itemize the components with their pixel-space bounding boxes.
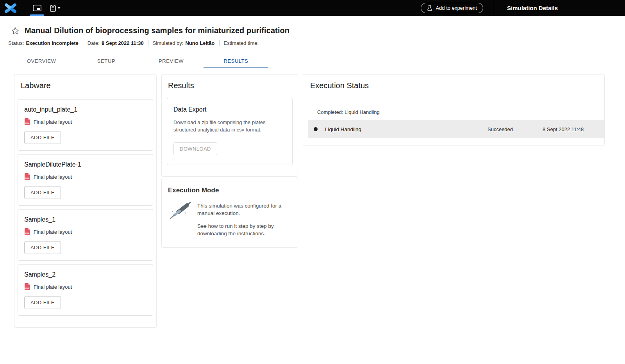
- svg-text:csv: csv: [25, 232, 29, 234]
- meta-divider: [219, 40, 220, 46]
- data-export-card: Data Export Download a zip file comprisi…: [167, 98, 293, 165]
- file-label: Final plate layout: [34, 119, 72, 125]
- flask-icon: [427, 5, 432, 11]
- results-panel: Results Data Export Download a zip file …: [161, 74, 298, 177]
- csv-file-icon: csv: [24, 173, 30, 180]
- data-export-description: Download a zip file comprising the plate…: [173, 119, 283, 134]
- labware-card-samples-1: Samples_1 csv Final plate layout ADD FIL…: [18, 209, 153, 261]
- pipette-icon: [168, 202, 191, 221]
- completed-summary: Completed: Liquid Handling: [317, 109, 604, 115]
- meta-estimated-time: Estimated time:: [224, 40, 261, 46]
- logo-x-icon: [4, 3, 17, 13]
- add-file-button[interactable]: ADD FILE: [24, 186, 61, 199]
- execution-mode-line1: This simulation was configured for a man…: [197, 202, 291, 217]
- tab-bar: OVERVIEW SETUP PREVIEW RESULTS: [0, 54, 625, 68]
- labware-heading: Labware: [21, 81, 153, 90]
- page-header: Manual Dilution of bioprocessing samples…: [0, 16, 625, 68]
- favorite-star-button[interactable]: [11, 27, 20, 35]
- topbar: Add to experiment Simulation Details: [0, 0, 625, 16]
- tab-preview[interactable]: PREVIEW: [139, 54, 204, 68]
- app-logo[interactable]: [4, 3, 18, 14]
- topbar-page-title: Simulation Details: [507, 5, 558, 11]
- add-to-experiment-label: Add to experiment: [436, 5, 477, 11]
- labware-name: auto_input_plate_1: [24, 106, 146, 113]
- execution-mode-panel: Execution Mode This simulation was confi…: [161, 178, 298, 248]
- add-file-button[interactable]: ADD FILE: [24, 241, 61, 254]
- meta-divider: [83, 40, 83, 46]
- labware-card-samples-2: Samples_2 csv Final plate layout ADD FIL…: [18, 264, 153, 316]
- file-label: Final plate layout: [34, 284, 72, 290]
- data-export-title: Data Export: [173, 106, 286, 113]
- csv-file-icon: csv: [24, 228, 30, 235]
- tab-setup[interactable]: SETUP: [74, 54, 139, 68]
- tab-results[interactable]: RESULTS: [204, 54, 268, 68]
- execution-mode-line2: See how to run it step by step by downlo…: [197, 222, 291, 237]
- star-icon: [11, 27, 20, 35]
- clipboard-icon: [50, 5, 56, 12]
- svg-text:csv: csv: [25, 122, 29, 124]
- status-bullet-icon: [314, 127, 318, 131]
- meta-simulated-by: Simulated by: Nuno Leitão: [153, 40, 215, 46]
- tab-overview[interactable]: OVERVIEW: [9, 54, 74, 68]
- results-content: Labware auto_input_plate_1 csv Final pla…: [0, 68, 625, 328]
- file-label: Final plate layout: [34, 229, 72, 235]
- meta-date: Date: 8 Sept 2022 11:30: [88, 40, 144, 46]
- results-heading: Results: [168, 81, 293, 90]
- nav-simulations-button[interactable]: [28, 0, 46, 16]
- status-row-liquid-handling[interactable]: Liquid Handling Succeeded 8 Sept 2022 11…: [308, 120, 604, 138]
- svg-text:csv: csv: [25, 287, 29, 289]
- file-label: Final plate layout: [34, 174, 72, 180]
- status-step-name: Liquid Handling: [325, 126, 488, 132]
- nav-protocols-button[interactable]: [46, 0, 64, 16]
- results-column: Results Data Export Download a zip file …: [161, 74, 298, 248]
- page-title: Manual Dilution of bioprocessing samples…: [25, 26, 289, 35]
- labware-name: SampleDilutePlate-1: [24, 161, 146, 168]
- add-file-button[interactable]: ADD FILE: [24, 296, 61, 309]
- chevron-down-icon: [57, 7, 61, 9]
- csv-file-icon: csv: [24, 118, 30, 125]
- execution-status-panel: Execution Status Completed: Liquid Handl…: [303, 74, 605, 146]
- download-button[interactable]: DOWNLOAD: [173, 142, 217, 155]
- topbar-divider: [495, 4, 495, 13]
- add-file-button[interactable]: ADD FILE: [24, 131, 61, 144]
- labware-panel: Labware auto_input_plate_1 csv Final pla…: [14, 74, 157, 328]
- csv-file-icon: csv: [24, 283, 30, 290]
- svg-text:csv: csv: [25, 177, 29, 179]
- labware-name: Samples_1: [24, 216, 146, 223]
- labware-card-samplediluteplate-1: SampleDilutePlate-1 csv Final plate layo…: [18, 154, 153, 206]
- labware-name: Samples_2: [24, 271, 146, 278]
- add-to-experiment-button[interactable]: Add to experiment: [421, 3, 483, 13]
- simulation-icon: [33, 5, 41, 11]
- labware-card-auto-input-plate-1: auto_input_plate_1 csv Final plate layou…: [18, 99, 153, 151]
- execution-status-heading: Execution Status: [310, 81, 604, 90]
- meta-divider: [148, 40, 148, 46]
- execution-mode-heading: Execution Mode: [168, 186, 291, 194]
- status-result: Succeeded: [488, 126, 543, 132]
- simulation-meta: Status: Execution incomplete Date: 8 Sep…: [0, 40, 625, 46]
- status-timestamp: 8 Sept 2022 11:48: [543, 126, 598, 132]
- meta-status: Status: Execution incomplete: [8, 40, 79, 46]
